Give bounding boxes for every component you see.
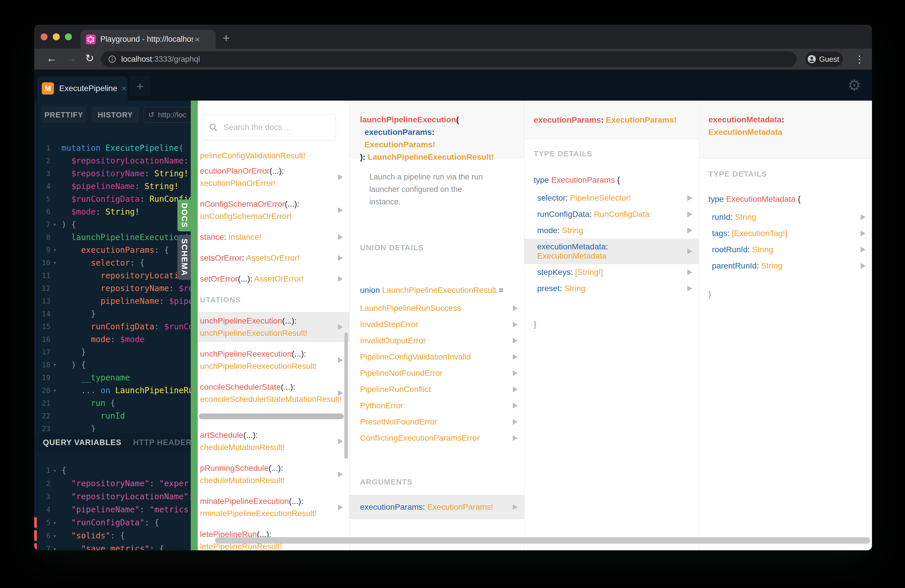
token bbox=[110, 386, 115, 395]
docs-item[interactable]: unchPipelineExecution(...):unchPipelineE… bbox=[198, 312, 349, 342]
docs-item[interactable]: pRunningSchedule(...):cheduleMutationRes… bbox=[198, 459, 349, 489]
endpoint-input[interactable]: ↺http://loc bbox=[143, 107, 198, 123]
docs-item[interactable]: ecutionPlanOrError(...):xecutionPlanOrEr… bbox=[198, 162, 349, 192]
browser-tab[interactable]: Playground - http://localhost:3 × bbox=[81, 30, 216, 49]
type-field[interactable]: mode: String bbox=[524, 222, 699, 238]
docs-item[interactable]: minatePipelineExecution(...):rminatePipe… bbox=[198, 492, 349, 523]
docs-item[interactable]: concileSchedulerState(...):econcileSched… bbox=[198, 378, 349, 408]
union-member[interactable]: InvalidOutputError bbox=[349, 332, 524, 349]
token: ExecutionParams bbox=[551, 175, 617, 184]
type-field[interactable]: parentRunId: String bbox=[699, 258, 872, 274]
search-input[interactable] bbox=[223, 122, 322, 132]
docs-item[interactable]: setOrError(...): AssetOrError! bbox=[198, 270, 349, 288]
fold-arrow-icon[interactable]: ▾ bbox=[51, 246, 59, 253]
code-text: } bbox=[62, 424, 96, 432]
fold-arrow-icon[interactable]: ▾ bbox=[51, 545, 59, 551]
fold-arrow-icon[interactable]: ▾ bbox=[51, 221, 59, 228]
browser-menu-icon[interactable]: ⋮ bbox=[854, 53, 864, 65]
docs-item-partial[interactable]: pelineConfigValidationResult! bbox=[198, 149, 349, 162]
minimize-window-button[interactable] bbox=[53, 33, 60, 40]
fold-arrow-icon[interactable]: ▾ bbox=[51, 519, 59, 526]
playground-main: PRETTIFY HISTORY ↺http://loc 1mutation E… bbox=[34, 101, 872, 550]
type-field[interactable]: selector: PipelineSelector! bbox=[524, 190, 699, 206]
fold-arrow-icon[interactable]: ▾ bbox=[51, 361, 59, 368]
close-window-button[interactable] bbox=[41, 33, 48, 40]
code-text: runId bbox=[62, 411, 125, 421]
playground-new-tab-button[interactable]: + bbox=[129, 76, 151, 97]
token: unchPipelineReexecutionResult! bbox=[200, 362, 317, 370]
playground-tab[interactable]: M ExecutePipeline × bbox=[37, 76, 127, 101]
token: LaunchPipelineExecutionResult! bbox=[368, 153, 494, 162]
prettify-button[interactable]: PRETTIFY bbox=[41, 107, 87, 123]
type-details-label: TYPE DETAILS bbox=[708, 170, 767, 179]
docs-item[interactable]: artSchedule(...):cheduleMutationResult! bbox=[198, 426, 349, 456]
token: { bbox=[617, 175, 620, 184]
union-member[interactable]: PipelineRunConflict bbox=[349, 381, 524, 397]
docs-item[interactable]: setsOrError: AssetsOrError! bbox=[198, 249, 349, 267]
code-line: 19 __typename bbox=[34, 371, 198, 384]
docs-type-column-executionparams: executionParams: ExecutionParams! TYPE D… bbox=[524, 101, 699, 550]
token: ExecutionParams! bbox=[427, 502, 493, 512]
back-icon[interactable]: ← bbox=[46, 52, 57, 64]
arguments-label: ARGUMENTS bbox=[360, 478, 413, 486]
token: : bbox=[169, 284, 179, 293]
union-member[interactable]: PipelineConfigValidationInvalid bbox=[349, 349, 524, 365]
reload-icon[interactable]: ↻ bbox=[85, 52, 94, 64]
fold-arrow-icon[interactable]: ▾ bbox=[51, 532, 59, 539]
token: $runConfigData bbox=[71, 194, 140, 204]
token bbox=[62, 181, 71, 191]
query-editor[interactable]: 1mutation ExecutePipeline(2 $repositoryL… bbox=[34, 133, 198, 432]
fold-arrow-icon[interactable]: ▾ bbox=[51, 259, 59, 266]
maximize-window-button[interactable] bbox=[65, 33, 72, 40]
forward-icon[interactable]: → bbox=[66, 52, 76, 64]
type-signature: executionParams: ExecutionParams! bbox=[524, 101, 699, 139]
token bbox=[62, 544, 81, 550]
type-field[interactable]: rootRunId: String bbox=[699, 242, 872, 258]
type-field[interactable]: stepKeys: [String!] bbox=[524, 264, 699, 280]
docs-item[interactable]: nConfigSchemaOrError(...):unConfigSchema… bbox=[198, 195, 349, 225]
type-field[interactable]: runId: String bbox=[699, 209, 872, 225]
fold-arrow-icon[interactable]: ▾ bbox=[51, 387, 59, 394]
union-member[interactable]: PresetNotFoundError bbox=[349, 414, 524, 430]
docs-search[interactable] bbox=[203, 114, 336, 140]
browser-toolbar: ← → ↻ localhost:3333/graphql Guest ⋮ bbox=[34, 49, 872, 70]
token: String bbox=[735, 213, 756, 221]
docs-item[interactable]: stance: Instance! bbox=[198, 228, 349, 246]
tab-close-icon[interactable]: × bbox=[195, 35, 200, 44]
history-button[interactable]: HISTORY bbox=[91, 107, 139, 123]
token: RunConfigData bbox=[594, 210, 649, 219]
line-number: 1 bbox=[34, 144, 51, 152]
address-bar[interactable]: localhost:3333/graphql bbox=[101, 51, 797, 67]
variables-editor[interactable]: 1▾{2 "repositoryName": "exper3 "reposito… bbox=[34, 452, 198, 550]
fold-arrow-icon[interactable]: ▾ bbox=[51, 467, 59, 474]
tab-schema[interactable]: SCHEMA bbox=[178, 235, 191, 280]
docs-item[interactable]: unchPipelineReexecution(...):unchPipelin… bbox=[198, 345, 349, 375]
docs-horizontal-scrollbar[interactable] bbox=[215, 537, 870, 544]
union-member[interactable]: ConflictingExecutionParamsError bbox=[349, 430, 524, 446]
tab-http-headers[interactable]: HTTP HEADERS bbox=[133, 438, 197, 447]
union-member[interactable]: PythonError bbox=[349, 397, 524, 414]
profile-button[interactable]: Guest bbox=[805, 51, 843, 67]
union-member[interactable]: LaunchPipelineRunSuccess bbox=[349, 300, 524, 316]
argument-row[interactable]: executionParams: ExecutionParams! bbox=[349, 495, 524, 519]
docs-list-horizontal-scrollbar[interactable] bbox=[199, 413, 344, 419]
type-field[interactable]: tags: [ExecutionTag!] bbox=[699, 225, 872, 242]
new-tab-button[interactable]: + bbox=[222, 32, 230, 44]
type-field[interactable]: executionMetadata:ExecutionMetadata bbox=[524, 238, 699, 264]
playground-tab-close-icon[interactable]: × bbox=[121, 84, 127, 93]
token bbox=[62, 207, 71, 216]
docs-column-scrollbar[interactable] bbox=[345, 332, 348, 459]
settings-gear-icon[interactable]: ⚙ bbox=[848, 76, 861, 94]
chevron-right-icon bbox=[513, 504, 518, 510]
union-member[interactable]: InvalidStepError bbox=[349, 316, 524, 332]
tab-docs[interactable]: DOCS bbox=[178, 199, 191, 231]
token: : bbox=[140, 194, 149, 204]
union-member[interactable]: PipelineNotFoundError bbox=[349, 365, 524, 381]
type-field[interactable]: preset: String bbox=[524, 280, 699, 297]
token: { bbox=[105, 398, 115, 408]
tab-query-variables[interactable]: QUERY VARIABLES bbox=[43, 438, 121, 447]
token bbox=[62, 386, 81, 395]
type-field[interactable]: runConfigData: RunConfigData bbox=[524, 206, 699, 222]
token: : bbox=[557, 226, 562, 235]
close-brace: } bbox=[708, 290, 711, 299]
